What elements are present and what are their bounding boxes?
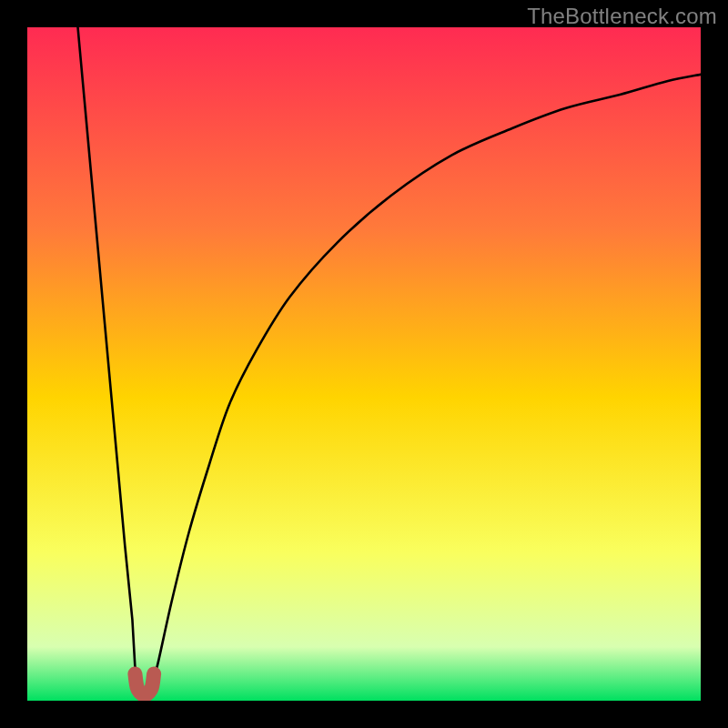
curve-right-branch xyxy=(152,75,701,687)
chart-frame: TheBottleneck.com xyxy=(0,0,728,728)
plot-area xyxy=(27,27,701,701)
curve-left-branch xyxy=(78,27,137,687)
watermark-text: TheBottleneck.com xyxy=(527,4,717,29)
curve-layer xyxy=(27,27,701,701)
bottom-marker xyxy=(135,673,154,694)
